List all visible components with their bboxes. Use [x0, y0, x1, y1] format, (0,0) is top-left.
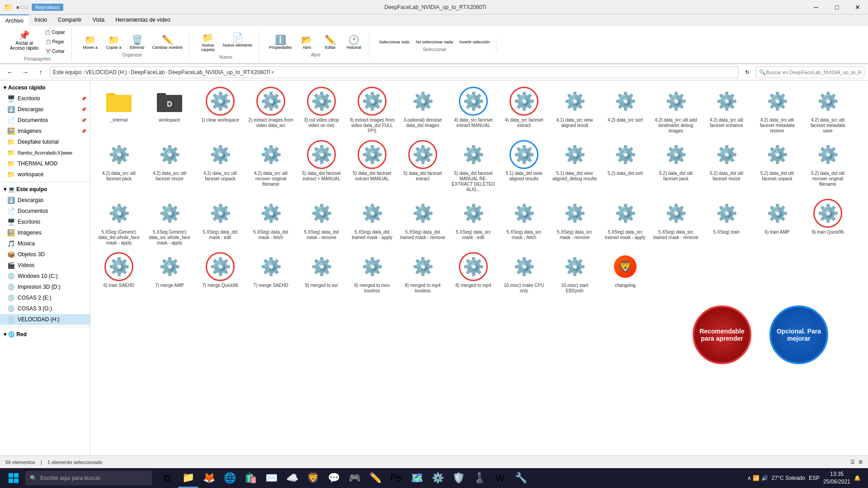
taskbar-app-extra[interactable]: 🔧 — [511, 468, 531, 488]
file-item[interactable]: ⚙️ 5) data_dst faceset extract + MANUAL — [297, 137, 346, 195]
file-item[interactable]: ⚙️ 5.XSeg) data_dst mask - edit — [195, 196, 245, 249]
breadcrumb-part-2[interactable]: VELOCIDAD (H:) — [85, 69, 127, 75]
tab-inicio[interactable]: Inicio — [29, 14, 52, 26]
search-box[interactable]: 🔍 — [756, 66, 864, 78]
copy-to-button[interactable]: 📁Copiar a — [103, 33, 125, 52]
quick-access-btn[interactable]: Reproducir — [32, 4, 63, 11]
taskbar-firefox[interactable]: 🦊 — [199, 468, 219, 488]
paste-button[interactable]: 📋 Pegar — [42, 38, 67, 46]
breadcrumb[interactable]: Este equipo › VELOCIDAD (H:) › DeepFaceL… — [50, 66, 739, 78]
file-item[interactable]: ⚙️ 5.XSeg Generic) data_src whole_face m… — [145, 196, 194, 249]
file-item[interactable]: ⚙️ 5) data_dst faceset extract — [398, 137, 448, 195]
file-item[interactable]: ⚙️ 5.2) data_dst util faceset resize — [702, 137, 751, 195]
file-item[interactable]: ⚙️ 5.XSeg) data_src trained mask - apply — [600, 196, 650, 249]
taskbar-steam[interactable]: 🎮 — [344, 468, 364, 488]
sidebar-item-imagenes[interactable]: 🖼️Imágenes📌 — [0, 126, 90, 136]
refresh-button[interactable]: ↻ — [741, 66, 753, 78]
delete-button[interactable]: 🗑️Eliminar — [126, 33, 149, 52]
sidebar-header-quick-access[interactable]: ▾ Acceso rápido — [0, 82, 90, 93]
file-item[interactable]: ⚙️ 5.XSeg) data_src mask - remove — [550, 196, 599, 249]
file-item[interactable]: ⚙️ 5.1) data_dst view aligned_debug resu… — [550, 137, 599, 195]
file-item[interactable]: ⚙️ 4) data_src faceset extract — [499, 84, 549, 136]
rename-button[interactable]: ✏️Cambiar nombre — [150, 33, 185, 52]
file-item[interactable]: ⚙️ 6) train Quick96 — [803, 196, 853, 249]
sidebar-item-workspace[interactable]: 📁workspace — [0, 169, 90, 180]
breadcrumb-part-1[interactable]: Este equipo — [53, 69, 81, 75]
file-item[interactable]: ⚙️ 4.2) data_src util faceset metadata r… — [752, 84, 802, 136]
file-item[interactable]: ⚙️ 5.2) data_dst util faceset unpack — [752, 137, 802, 195]
file-item[interactable]: ⚙️ 5.XSeg) data_dst mask - fetch — [246, 196, 296, 249]
pin-button[interactable]: 📌Anclar alAcceso rápido — [7, 28, 41, 56]
sidebar-item-velocidad[interactable]: 💿VELOCIDAD (H:) — [0, 314, 90, 325]
invert-button[interactable]: Invertir selección — [457, 38, 493, 46]
view-details-icon[interactable]: ☰ — [850, 459, 855, 465]
sidebar-item-descargas-pc[interactable]: ⬇️Descargas — [0, 195, 90, 206]
forward-button[interactable]: → — [19, 66, 32, 79]
file-item[interactable]: ⚙️ 5.2) data_dst util faceset pack — [651, 137, 701, 195]
sidebar-item-cosas3[interactable]: 💿COSAS 3 (G:) — [0, 303, 90, 314]
file-item[interactable]: ⚙️ 5.XSeg) data_src mask - fetch — [499, 196, 549, 249]
taskbar-photoshop[interactable]: Ps — [386, 468, 406, 488]
file-item[interactable]: ⚙️ 4.2) data_src util add landmarks debu… — [651, 84, 701, 136]
file-item[interactable]: D workspace — [145, 84, 194, 136]
taskbar-taskview[interactable]: ⧉ — [157, 468, 177, 488]
file-item[interactable]: ⚙️ 4.2) data_src util faceset enhance — [702, 84, 751, 136]
sidebar-item-escritorio-pc[interactable]: 🖥️Escritorio — [0, 216, 90, 227]
file-item[interactable]: ⚙️ 7) merge AMP — [145, 249, 194, 296]
file-item[interactable]: ⚙️ 8) merged to avi — [297, 249, 346, 296]
sidebar-item-thermal[interactable]: 📁THERMAL MOD — [0, 158, 90, 169]
file-item[interactable]: ⚙️ 5) data_dst faceset MANUAL RE-EXTRACT… — [448, 137, 498, 195]
sidebar-item-windows[interactable]: 💿Windows 10 (C:) — [0, 271, 90, 282]
edit-button[interactable]: ✏️Editar — [319, 33, 342, 52]
sidebar-item-3d[interactable]: 📦Objetos 3D — [0, 249, 90, 260]
file-item[interactable]: ⚙️ 5.XSeg) train — [702, 196, 751, 249]
up-button[interactable]: ↑ — [34, 66, 47, 79]
close-button[interactable]: ✕ — [847, 0, 868, 14]
taskbar-mail[interactable]: ✉️ — [261, 468, 281, 488]
taskbar-edge[interactable]: 🌐 — [220, 468, 240, 488]
file-item[interactable]: ⚙️ 5.2) data_dst util recover original f… — [803, 137, 853, 195]
taskbar-notifications[interactable]: 🔔 — [854, 475, 861, 481]
select-none-button[interactable]: No seleccionar nada — [413, 38, 456, 46]
copy-button[interactable]: 📋 Copiar — [42, 28, 67, 37]
file-item[interactable]: ⚙️ 3) extract images from video data_dst… — [347, 84, 397, 136]
sidebar-item-deepfake[interactable]: 📁Deepfake tutorial — [0, 136, 90, 147]
sidebar-item-musica[interactable]: 🎵Música — [0, 238, 90, 249]
move-button[interactable]: 📁Mover a — [79, 33, 102, 52]
new-item-button[interactable]: 📄Nuevo elemento — [220, 30, 255, 54]
taskbar-shield[interactable]: 🛡️ — [448, 468, 468, 488]
file-item[interactable]: ⚙️ 5.XSeg) data_dst trained mask - remov… — [398, 196, 448, 249]
file-item[interactable]: ⚙️ 4.2) data_src util faceset metadata s… — [803, 84, 853, 136]
file-item[interactable]: ⚙️ 7) merge SAEHD — [246, 249, 296, 296]
cut-button[interactable]: ✂️ Cortar — [42, 47, 67, 56]
file-item[interactable]: ⚙️ 4.2) data_src util recover original f… — [246, 137, 296, 195]
taskbar-time[interactable]: 13:35 25/06/2021 — [823, 470, 850, 486]
file-item[interactable]: ⚙️ 4.1) data_src view aligned result — [550, 84, 599, 136]
file-item[interactable]: ⚙️ 5.XSeg (Generic) data_dst whole_face … — [94, 196, 144, 249]
history-button[interactable]: 🕐Historial — [343, 33, 365, 52]
breadcrumb-part-3[interactable]: DeepFaceLab — [131, 69, 165, 75]
view-grid-icon[interactable]: ⊞ — [859, 459, 863, 465]
taskbar-brave[interactable]: 🦁 — [303, 468, 323, 488]
file-item[interactable]: ⚙️ 5.1) data_dst view aligned results — [499, 137, 549, 195]
taskbar-settings[interactable]: ⚙️ — [428, 468, 448, 488]
file-item[interactable]: ⚙️ 8) merged to mov lossless — [347, 249, 397, 296]
taskbar-search[interactable]: 🔍 Escribe aquí para buscar — [25, 471, 152, 485]
file-item[interactable]: ⚙️ 4.2) data_src util faceset pack — [94, 137, 144, 195]
file-item[interactable]: ⚙️ 3.optional) denoise data_dst images — [398, 84, 448, 136]
taskbar-store[interactable]: 🛍️ — [241, 468, 260, 488]
sidebar-item-rambo[interactable]: 📁Rambo_Acorralado.ll.[www — [0, 147, 90, 158]
file-item[interactable]: ⚙️ 10.misc) start EBSynth — [550, 249, 599, 296]
sidebar-item-documentos[interactable]: 📄Documentos📌 — [0, 115, 90, 126]
sidebar-header-red[interactable]: ▾ 🌐 Red — [0, 329, 90, 340]
sidebar-item-impresion[interactable]: 💿Impresion 3D (D:) — [0, 282, 90, 292]
sidebar-item-videos[interactable]: 🎬Vídeos — [0, 260, 90, 271]
file-item[interactable]: ⚙️ 10.misc) make CPU only — [499, 249, 549, 296]
file-item[interactable]: ⚙️ 6) train AMP — [752, 196, 802, 249]
back-button[interactable]: ← — [4, 66, 16, 79]
file-item[interactable]: ⚙️ 5.XSeg) data_src trained mask - remov… — [651, 196, 701, 249]
file-item[interactable]: _internal — [94, 84, 144, 136]
taskbar-explorer[interactable]: 📁 — [178, 468, 198, 488]
sidebar-item-cosas2[interactable]: 💿COSAS 2 (E:) — [0, 292, 90, 303]
file-item[interactable]: ⚙️ 7) merge Quick96 — [195, 249, 245, 296]
